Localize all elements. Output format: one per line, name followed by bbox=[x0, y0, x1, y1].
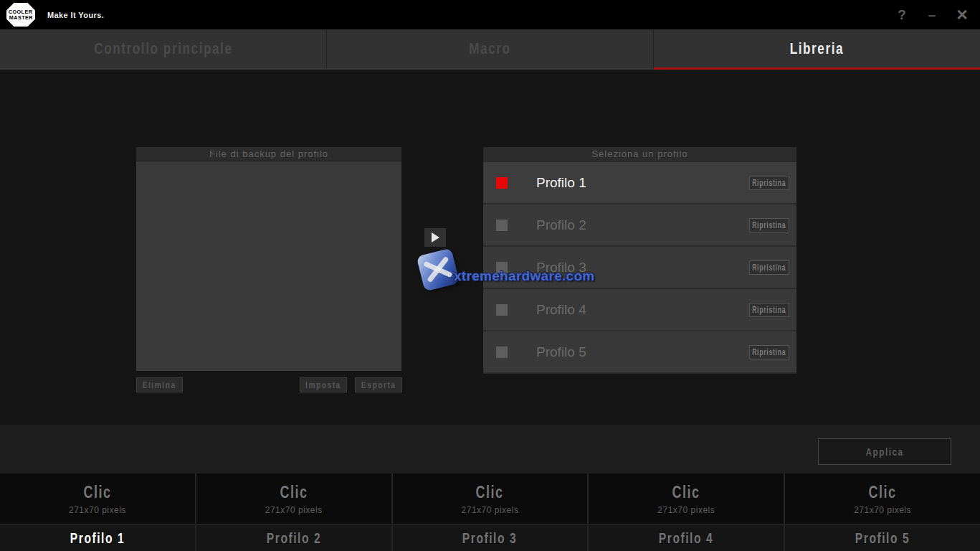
profile-checkbox[interactable] bbox=[496, 220, 508, 231]
export-button[interactable]: Esporta bbox=[355, 377, 402, 392]
restore-button-label: Ripristina bbox=[752, 220, 786, 230]
preview-cell-3[interactable]: Clic 271x70 pixels bbox=[393, 474, 589, 524]
profile-tab-label: Profilo 3 bbox=[462, 530, 517, 547]
delete-button-label: Elimina bbox=[143, 380, 176, 390]
preview-cell-2[interactable]: Clic 271x70 pixels bbox=[196, 474, 393, 524]
profile-tab-label: Profilo 2 bbox=[266, 530, 320, 547]
import-button[interactable]: Imposta bbox=[300, 377, 347, 392]
profile-label: Profilo 5 bbox=[536, 344, 586, 360]
apply-button-label: Applica bbox=[865, 446, 903, 458]
window-controls: ? – ✕ bbox=[893, 0, 971, 29]
tab-controllo-principale[interactable]: Controllo principale bbox=[0, 29, 327, 68]
title-bar: COOLER MASTER Make It Yours. ? – ✕ bbox=[0, 0, 980, 29]
button-preview-row: Clic 271x70 pixels Clic 271x70 pixels Cl… bbox=[0, 474, 980, 524]
library-content: File di backup del profilo Elimina Impos… bbox=[0, 70, 980, 425]
cell-size-label: 271x70 pixels bbox=[462, 505, 519, 515]
cell-action-label: Clic bbox=[869, 483, 897, 502]
tab-macro[interactable]: Macro bbox=[327, 29, 654, 68]
cell-size-label: 271x70 pixels bbox=[265, 505, 323, 515]
apply-button[interactable]: Applica bbox=[818, 438, 951, 465]
restore-button[interactable]: Ripristina bbox=[749, 345, 789, 359]
logo-text-line2: MASTER bbox=[9, 15, 32, 21]
minimize-icon[interactable]: – bbox=[923, 0, 941, 29]
right-arrow-icon bbox=[432, 232, 439, 242]
profile-row-5[interactable]: Profilo 5 Ripristina bbox=[483, 331, 796, 372]
preview-cell-5[interactable]: Clic 271x70 pixels bbox=[785, 474, 980, 524]
profile-panel-title: Seleziona un profilo bbox=[483, 147, 796, 161]
profile-tab-1[interactable]: Profilo 1 bbox=[0, 525, 196, 551]
profile-tab-label: Profilo 5 bbox=[855, 530, 910, 547]
profile-label: Profilo 2 bbox=[536, 217, 586, 233]
preview-cell-4[interactable]: Clic 271x70 pixels bbox=[589, 474, 785, 524]
cell-size-label: 271x70 pixels bbox=[69, 505, 126, 515]
restore-button[interactable]: Ripristina bbox=[749, 260, 789, 275]
profile-row-2[interactable]: Profilo 2 Ripristina bbox=[483, 204, 796, 245]
profile-tab-5[interactable]: Profilo 5 bbox=[785, 525, 980, 551]
profile-row-4[interactable]: Profilo 4 Ripristina bbox=[483, 289, 796, 330]
profile-label: Profilo 4 bbox=[536, 302, 586, 318]
cell-action-label: Clic bbox=[476, 483, 504, 502]
tab-label: Controllo principale bbox=[94, 39, 232, 58]
profile-row-1[interactable]: Profilo 1 Ripristina bbox=[483, 162, 796, 203]
tab-label: Libreria bbox=[790, 39, 844, 58]
profile-checkbox[interactable] bbox=[496, 304, 508, 316]
profile-tab-3[interactable]: Profilo 3 bbox=[393, 525, 589, 551]
help-icon[interactable]: ? bbox=[893, 0, 911, 29]
profile-tab-2[interactable]: Profilo 2 bbox=[196, 525, 393, 551]
delete-button[interactable]: Elimina bbox=[136, 377, 183, 392]
restore-button-label: Ripristina bbox=[752, 347, 786, 357]
restore-button-label: Ripristina bbox=[752, 263, 786, 273]
restore-button-label: Ripristina bbox=[752, 305, 786, 315]
footer-strip: Applica bbox=[0, 425, 980, 474]
restore-button[interactable]: Ripristina bbox=[749, 176, 789, 190]
restore-button[interactable]: Ripristina bbox=[749, 303, 789, 317]
profile-label: Profilo 1 bbox=[536, 175, 586, 191]
export-button-label: Esporta bbox=[361, 380, 396, 390]
cooler-master-logo-icon: COOLER MASTER bbox=[6, 3, 35, 27]
transfer-right-button[interactable] bbox=[424, 228, 446, 247]
close-icon[interactable]: ✕ bbox=[953, 0, 971, 29]
cell-action-label: Clic bbox=[280, 483, 308, 502]
backup-panel-title: File di backup del profilo bbox=[136, 147, 401, 161]
cell-size-label: 271x70 pixels bbox=[657, 505, 715, 515]
profile-selection-panel: Seleziona un profilo Profilo 1 Ripristin… bbox=[483, 147, 796, 374]
profile-checkbox[interactable] bbox=[496, 347, 508, 358]
cell-size-label: 271x70 pixels bbox=[854, 505, 911, 515]
profile-list: Profilo 1 Ripristina Profilo 2 Ripristin… bbox=[483, 161, 796, 372]
profile-tab-label: Profilo 4 bbox=[659, 530, 713, 547]
tab-libreria[interactable]: Libreria bbox=[654, 29, 980, 68]
profile-tab-4[interactable]: Profilo 4 bbox=[589, 525, 785, 551]
profile-tabs-row: Profilo 1 Profilo 2 Profilo 3 Profilo 4 … bbox=[0, 524, 980, 551]
restore-button[interactable]: Ripristina bbox=[749, 218, 789, 232]
cell-action-label: Clic bbox=[672, 483, 700, 502]
bottom-profile-bar: Clic 271x70 pixels Clic 271x70 pixels Cl… bbox=[0, 474, 980, 551]
profile-tab-label: Profilo 1 bbox=[70, 530, 125, 547]
brand-tagline: Make It Yours. bbox=[47, 11, 104, 19]
backup-file-list[interactable] bbox=[136, 161, 401, 371]
app-window: COOLER MASTER Make It Yours. ? – ✕ Contr… bbox=[0, 0, 980, 551]
cell-action-label: Clic bbox=[83, 483, 111, 502]
watermark-text: xtremehardware.com bbox=[454, 268, 595, 284]
profile-checkbox[interactable] bbox=[496, 177, 508, 189]
tab-label: Macro bbox=[469, 39, 510, 58]
import-button-label: Imposta bbox=[305, 380, 341, 390]
tab-bar: Controllo principale Macro Libreria bbox=[0, 29, 980, 70]
restore-button-label: Ripristina bbox=[752, 178, 786, 188]
backup-files-panel: File di backup del profilo bbox=[136, 147, 401, 371]
preview-cell-1[interactable]: Clic 271x70 pixels bbox=[0, 474, 196, 524]
